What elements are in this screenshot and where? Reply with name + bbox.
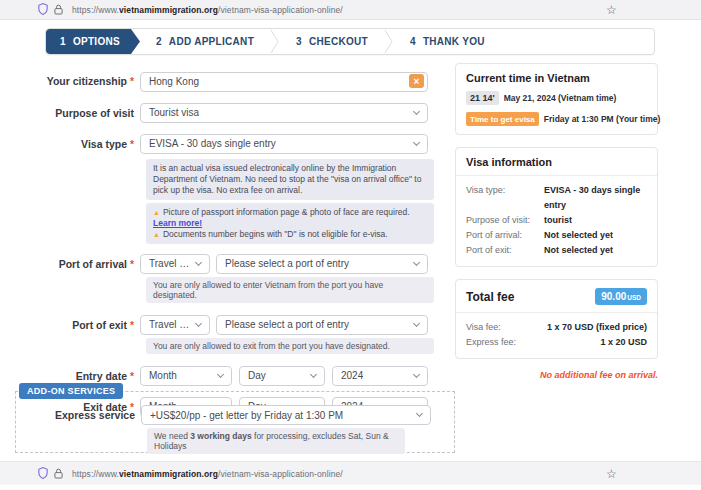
step-add-applicant[interactable]: 2 ADD APPLICANT: [140, 29, 270, 54]
info-row-visa-type: Visa type:EVISA - 30 days single entry: [466, 183, 647, 213]
step-separator-icon: [384, 29, 394, 54]
chevron-down-icon: [413, 319, 420, 326]
step-number: 2: [156, 36, 162, 47]
arrival-port-select[interactable]: Please select a port of entry: [216, 254, 428, 274]
no-additional-fee-note: No additional fee on arrival.: [455, 370, 658, 380]
evisa-deadline: Friday at 1:30 PM (Your time): [544, 114, 661, 124]
express-service-label: Express service: [16, 409, 141, 421]
learn-more-link[interactable]: Learn more!: [153, 218, 202, 228]
arrival-travel-by-select[interactable]: Travel by...: [140, 254, 210, 274]
addon-services-badge: ADD-ON SERVICES: [19, 383, 123, 399]
total-fee-badge: 90.00USD: [595, 288, 647, 305]
lock-icon: [54, 465, 63, 483]
citizenship-input[interactable]: [140, 72, 428, 92]
visa-type-warnings: ▲Picture of passport information page & …: [146, 203, 434, 244]
visa-information-box: Visa information Visa type:EVISA - 30 da…: [455, 147, 658, 267]
visa-type-row: Visa type * EVISA - 30 days single entry: [30, 134, 435, 154]
citizenship-row: Your citizenship * ×: [30, 71, 435, 92]
time-to-get-evisa-badge: Time to get evisa: [466, 112, 539, 126]
exit-port-select[interactable]: Please select a port of entry: [216, 315, 428, 335]
current-time-box: Current time in Vietnam 21 14' May 21, 2…: [455, 63, 658, 135]
step-label: ADD APPLICANT: [169, 36, 254, 47]
step-separator-icon: [270, 29, 280, 54]
address-url[interactable]: https://www.vietnamimmigration.org/vietn…: [72, 5, 343, 15]
express-service-row: Express service +US$20/pp - get letter b…: [16, 405, 454, 425]
chevron-down-icon: [310, 370, 317, 377]
addon-services-box: ADD-ON SERVICES Express service +US$20/p…: [15, 391, 455, 453]
entry-month-select[interactable]: Month: [140, 366, 232, 386]
divider: [456, 175, 657, 176]
port-exit-row: Port of exit * Travel by... Please selec…: [30, 315, 435, 335]
address-url[interactable]: https://www.vietnamimmigration.org/vietn…: [72, 469, 343, 479]
step-thank-you[interactable]: 4 THANK YOU: [394, 29, 501, 54]
purpose-row: Purpose of visit Tourist visa: [30, 103, 435, 123]
step-label: THANK YOU: [423, 36, 485, 47]
info-row-purpose: Purpose of visit:tourist: [466, 213, 647, 228]
purpose-select[interactable]: Tourist visa: [140, 103, 428, 123]
vietnam-date: May 21, 2024 (Vietnam time): [504, 93, 617, 103]
current-time-title: Current time in Vietnam: [466, 72, 647, 84]
fee-row-visa: Visa fee:1 x 70 USD (fixed price): [466, 320, 647, 335]
entry-date-label: Entry date *: [30, 370, 140, 382]
visa-type-select[interactable]: EVISA - 30 days single entry: [140, 134, 428, 154]
browser-url-bar-bottom: https://www.vietnamimmigration.org/vietn…: [0, 461, 701, 485]
step-checkout[interactable]: 3 CHECKOUT: [280, 29, 384, 54]
visa-options-form: Your citizenship * × Purpose of visit To…: [30, 62, 435, 417]
info-row-port-arrival: Port of arrival:Not selected yet: [466, 228, 647, 243]
info-row-port-exit: Port of exit:Not selected yet: [466, 243, 647, 258]
visa-type-description: It is an actual visa issued electronical…: [146, 159, 434, 200]
warning-triangle-icon: ▲: [153, 209, 160, 216]
total-fee-box: Total fee 90.00USD Visa fee:1 x 70 USD (…: [455, 279, 658, 359]
port-exit-note: You are only allowed to exit from the po…: [146, 338, 434, 354]
bookmark-star-icon[interactable]: ☆: [606, 468, 617, 480]
purpose-label: Purpose of visit: [30, 107, 140, 119]
fee-row-express: Express fee:1 x 20 USD: [466, 335, 647, 350]
exit-travel-by-select[interactable]: Travel by...: [140, 315, 210, 335]
bookmark-star-icon[interactable]: ☆: [606, 4, 617, 16]
shield-icon: [38, 465, 48, 483]
citizenship-label: Your citizenship *: [30, 75, 140, 87]
chevron-down-icon: [416, 410, 423, 417]
chevron-down-icon: [195, 258, 202, 265]
step-label: CHECKOUT: [309, 36, 368, 47]
entry-year-select[interactable]: 2024: [332, 366, 428, 386]
step-options[interactable]: 1 OPTIONS: [46, 29, 140, 54]
chevron-down-icon: [413, 107, 420, 114]
warning-triangle-icon: ▲: [153, 231, 160, 238]
port-arrival-row: Port of arrival * Travel by... Please se…: [30, 254, 435, 274]
step-number: 1: [60, 36, 66, 47]
shield-icon: [38, 1, 48, 19]
visa-information-title: Visa information: [466, 156, 647, 168]
chevron-down-icon: [413, 138, 420, 145]
port-arrival-note: You are only allowed to enter Vietnam fr…: [146, 277, 434, 303]
visa-type-label: Visa type *: [30, 138, 140, 150]
vietnam-clock: 21 14': [466, 91, 499, 105]
entry-day-select[interactable]: Day: [239, 366, 325, 386]
summary-sidebar: Current time in Vietnam 21 14' May 21, 2…: [455, 63, 658, 380]
step-label: OPTIONS: [73, 36, 120, 47]
clear-citizenship-button[interactable]: ×: [409, 74, 424, 88]
port-exit-label: Port of exit *: [30, 319, 140, 331]
progress-steps: 1 OPTIONS 2 ADD APPLICANT 3 CHECKOUT 4 T…: [45, 28, 655, 55]
express-service-select[interactable]: +US$20/pp - get letter by Friday at 1:30…: [141, 405, 431, 425]
total-fee-title: Total fee: [466, 290, 514, 304]
chevron-down-icon: [413, 370, 420, 377]
chevron-down-icon: [195, 319, 202, 326]
divider: [456, 312, 657, 313]
chevron-down-icon: [413, 258, 420, 265]
lock-icon: [54, 1, 63, 19]
express-service-note: We need 3 working days for processing, e…: [147, 428, 405, 454]
browser-url-bar-top: https://www.vietnamimmigration.org/vietn…: [0, 0, 701, 20]
step-number: 4: [410, 36, 416, 47]
port-arrival-label: Port of arrival *: [30, 258, 140, 270]
chevron-down-icon: [217, 370, 224, 377]
step-number: 3: [296, 36, 302, 47]
